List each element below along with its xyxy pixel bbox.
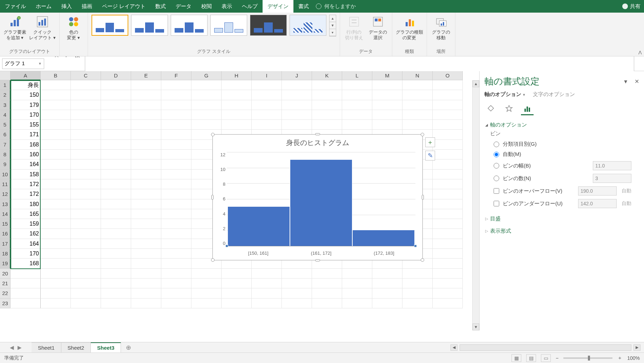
cell-L4[interactable] xyxy=(342,110,372,120)
chart-style-3[interactable] xyxy=(171,15,208,36)
cell-B11[interactable] xyxy=(41,179,71,189)
cell-B6[interactable] xyxy=(41,130,71,139)
cell-D18[interactable] xyxy=(101,249,131,259)
col-head-E[interactable]: E xyxy=(131,71,161,80)
cell-D9[interactable] xyxy=(101,159,131,169)
cell-D13[interactable] xyxy=(101,199,131,209)
cell-E16[interactable] xyxy=(131,229,161,239)
cell-O22[interactable] xyxy=(433,288,463,298)
underflow-input[interactable] xyxy=(578,199,617,208)
row-head-12[interactable]: 12 xyxy=(0,189,11,199)
cell-A23[interactable] xyxy=(11,299,41,308)
cell-O11[interactable] xyxy=(433,179,463,189)
cell-E20[interactable] xyxy=(131,269,161,279)
cell-D6[interactable] xyxy=(101,130,131,139)
bin-count-input[interactable] xyxy=(593,174,631,183)
opt-underflow[interactable]: ビンのアンダーフロー(U) 自動 xyxy=(485,197,638,210)
axis-handle[interactable] xyxy=(414,245,417,247)
cell-C22[interactable] xyxy=(71,288,101,298)
cell-A7[interactable]: 168 xyxy=(11,140,41,150)
cell-O9[interactable] xyxy=(433,159,463,169)
scroll-right-icon[interactable]: ▶ xyxy=(633,344,640,351)
cell-B18[interactable] xyxy=(41,249,71,259)
cell-G3[interactable] xyxy=(191,100,222,110)
chart-style-5[interactable] xyxy=(250,15,287,36)
cell-K21[interactable] xyxy=(312,279,342,288)
cell-A21[interactable] xyxy=(11,279,41,288)
cell-O8[interactable] xyxy=(433,150,463,159)
close-icon[interactable]: ✕ xyxy=(635,78,639,85)
cell-O14[interactable] xyxy=(433,209,463,219)
embedded-chart[interactable]: 身長のヒストグラム 121086420 [150, 161](161, 172]… xyxy=(212,134,423,260)
cell-G22[interactable] xyxy=(191,288,222,298)
cell-L2[interactable] xyxy=(342,90,372,100)
tab-insert[interactable]: 挿入 xyxy=(56,0,77,13)
row-head-23[interactable]: 23 xyxy=(0,299,11,308)
cell-A5[interactable]: 155 xyxy=(11,120,41,130)
tab-help[interactable]: ヘルプ xyxy=(237,0,263,13)
cell-M23[interactable] xyxy=(372,299,402,308)
tab-formulas[interactable]: 数式 xyxy=(150,0,171,13)
cell-E23[interactable] xyxy=(131,299,161,308)
scroll-down-icon[interactable]: ▼ xyxy=(473,323,479,330)
col-head-K[interactable]: K xyxy=(312,71,342,80)
cell-E1[interactable] xyxy=(131,80,161,90)
tab-design[interactable]: デザイン xyxy=(263,0,293,13)
cell-L21[interactable] xyxy=(342,279,372,288)
row-head-5[interactable]: 5 xyxy=(0,120,11,130)
cell-M22[interactable] xyxy=(372,288,402,298)
cell-C21[interactable] xyxy=(71,279,101,288)
cell-F4[interactable] xyxy=(161,110,191,120)
cell-C16[interactable] xyxy=(71,229,101,239)
tab-view[interactable]: 表示 xyxy=(217,0,237,13)
add-chart-element-button[interactable]: + グラフ要素 を追加 ▾ xyxy=(4,15,26,40)
cell-L5[interactable] xyxy=(342,120,372,130)
cell-E7[interactable] xyxy=(131,140,161,150)
cell-G23[interactable] xyxy=(191,299,222,308)
cell-D1[interactable] xyxy=(101,80,131,90)
row-head-13[interactable]: 13 xyxy=(0,199,11,209)
cell-O21[interactable] xyxy=(433,279,463,288)
section-axis-options[interactable]: 軸のオプション xyxy=(485,122,638,128)
cell-A2[interactable]: 150 xyxy=(11,90,41,100)
row-head-10[interactable]: 10 xyxy=(0,170,11,179)
cell-M4[interactable] xyxy=(372,110,402,120)
row-head-14[interactable]: 14 xyxy=(0,209,11,219)
cell-C17[interactable] xyxy=(71,239,101,249)
cell-I2[interactable] xyxy=(252,90,282,100)
cell-L23[interactable] xyxy=(342,299,372,308)
x-category-label[interactable]: [150, 161] xyxy=(227,251,290,256)
row-head-11[interactable]: 11 xyxy=(0,179,11,189)
cell-F14[interactable] xyxy=(161,209,191,219)
cell-A10[interactable]: 158 xyxy=(11,170,41,179)
cell-A6[interactable]: 171 xyxy=(11,130,41,139)
cell-H3[interactable] xyxy=(222,100,252,110)
col-head-F[interactable]: F xyxy=(161,71,191,80)
cell-E11[interactable] xyxy=(131,179,161,189)
cell-B19[interactable] xyxy=(41,259,71,268)
cell-O5[interactable] xyxy=(433,120,463,130)
cell-M3[interactable] xyxy=(372,100,402,110)
move-chart-button[interactable]: グラフの 移動 xyxy=(431,15,452,40)
cell-O23[interactable] xyxy=(433,299,463,308)
cell-E19[interactable] xyxy=(131,259,161,268)
tell-me[interactable]: 何をしますか xyxy=(316,0,356,13)
cell-E13[interactable] xyxy=(131,199,161,209)
cell-A3[interactable]: 179 xyxy=(11,100,41,110)
cell-B10[interactable] xyxy=(41,170,71,179)
cell-A4[interactable]: 170 xyxy=(11,110,41,120)
row-head-4[interactable]: 4 xyxy=(0,110,11,120)
cell-A19[interactable]: 168 xyxy=(11,259,41,268)
cell-C15[interactable] xyxy=(71,219,101,229)
cell-A20[interactable] xyxy=(11,269,41,279)
tab-draw[interactable]: 描画 xyxy=(77,0,97,13)
cell-F11[interactable] xyxy=(161,179,191,189)
cell-A11[interactable]: 172 xyxy=(11,179,41,189)
cell-B13[interactable] xyxy=(41,199,71,209)
cell-A14[interactable]: 165 xyxy=(11,209,41,219)
row-head-3[interactable]: 3 xyxy=(0,100,11,110)
opt-automatic[interactable]: 自動(M) xyxy=(485,149,638,159)
x-category-label[interactable]: (161, 172] xyxy=(290,251,352,256)
row-head-2[interactable]: 2 xyxy=(0,90,11,100)
cell-C18[interactable] xyxy=(71,249,101,259)
